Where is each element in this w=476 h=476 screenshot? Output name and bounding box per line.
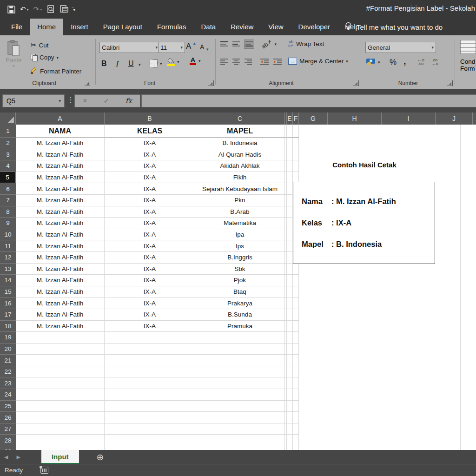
cell[interactable]: M. Izzan Al-Fatih [16,183,105,195]
cell[interactable]: IX-A [105,229,195,241]
cell[interactable] [105,412,195,423]
cell[interactable]: MAPEL [195,125,285,138]
ribbon-tab-insert[interactable]: Insert [63,19,96,35]
middle-align-button[interactable] [232,41,240,47]
row-header-21[interactable]: 21 [0,355,16,366]
row-header-25[interactable]: 25 [0,401,16,412]
cell[interactable]: Btaq [195,286,285,298]
empty-cells-area[interactable] [299,435,476,446]
grow-font-button[interactable]: A▲ [186,42,197,51]
cell[interactable] [287,332,293,344]
cell[interactable] [105,389,195,401]
undo-icon[interactable]: ↶▾ [20,5,29,13]
row-header-20[interactable]: 20 [0,344,16,355]
ribbon-tab-view[interactable]: View [261,19,291,35]
cell[interactable] [293,412,299,423]
cell[interactable] [293,321,299,332]
cell[interactable]: M. Izzan Al-Fatih [16,321,105,332]
cell[interactable] [287,298,293,309]
decrease-indent-button[interactable] [260,59,269,65]
empty-cells-area[interactable] [299,446,476,450]
cell[interactable] [287,366,293,378]
cell[interactable] [16,423,105,435]
cell[interactable] [287,206,293,218]
cell[interactable]: Pkn [195,195,285,206]
row-header-23[interactable]: 23 [0,377,16,389]
column-header-C[interactable]: C [195,112,285,125]
spreadsheet-grid[interactable]: 1NAMAKELASMAPEL2M. Izzan Al-FatihIX-AB. … [0,125,476,450]
row-header-28[interactable]: 28 [0,435,16,446]
font-dialog-launcher[interactable] [208,80,214,86]
cell[interactable]: IX-A [105,183,195,195]
sheet-tab-input[interactable]: Input [41,450,79,464]
number-dialog-launcher[interactable] [447,80,453,86]
column-header-F[interactable]: F [293,112,299,125]
empty-cells-area[interactable] [299,389,476,401]
empty-cells-area[interactable] [299,286,476,298]
cell[interactable]: Ipa [195,229,285,241]
macro-record-icon[interactable] [40,467,48,474]
cell[interactable] [287,286,293,298]
row-header-15[interactable]: 15 [0,286,16,298]
cell[interactable]: M. Izzan Al-Fatih [16,240,105,252]
cell[interactable] [287,252,293,264]
cell[interactable] [293,423,299,435]
cell[interactable]: B. Indonesia [195,138,285,149]
empty-cells-area[interactable] [299,298,476,309]
cell[interactable] [293,355,299,366]
ribbon-tab-formulas[interactable]: Formulas [150,19,194,35]
cell[interactable] [16,344,105,355]
row-header-9[interactable]: 9 [0,218,16,229]
orientation-button[interactable]: ab↗▾ [261,41,277,47]
cell[interactable] [293,275,299,286]
cell[interactable] [287,389,293,401]
cell[interactable] [293,377,299,389]
row-header-29[interactable]: 29 [0,446,16,450]
ribbon-tab-page-layout[interactable]: Page Layout [96,19,150,35]
cell[interactable] [105,401,195,412]
clipboard-dialog-launcher[interactable] [85,80,90,86]
cell[interactable]: Al-Quran Hadis [195,149,285,161]
fill-color-button[interactable]: ▾ [167,58,179,66]
cell[interactable]: M. Izzan Al-Fatih [16,172,105,184]
cell[interactable] [293,264,299,275]
cell[interactable] [105,446,195,450]
cell[interactable] [287,125,293,138]
cell[interactable] [293,446,299,450]
cell[interactable] [105,355,195,366]
cell[interactable]: B.Sunda [195,309,285,321]
top-align-button[interactable] [220,41,228,47]
cell[interactable] [195,377,285,389]
cell[interactable]: M. Izzan Al-Fatih [16,229,105,241]
new-sheet-icon[interactable]: ⊕ [97,450,104,464]
shrink-font-button[interactable]: A▼ [200,43,210,51]
cell[interactable] [293,138,299,149]
enter-icon[interactable]: ✓ [103,97,109,105]
empty-cells-area[interactable] [299,412,476,423]
cell[interactable] [287,275,293,286]
cell[interactable]: M. Izzan Al-Fatih [16,138,105,149]
empty-cells-area[interactable] [299,377,476,389]
ribbon-tab-data[interactable]: Data [193,19,223,35]
cell[interactable]: IX-A [105,321,195,332]
cell[interactable] [16,401,105,412]
cell[interactable] [195,355,285,366]
cell[interactable] [293,401,299,412]
cell[interactable] [16,366,105,378]
cell[interactable] [287,183,293,195]
cell[interactable]: M. Izzan Al-Fatih [16,195,105,206]
underline-button[interactable]: U [128,60,134,68]
cell[interactable]: IX-A [105,218,195,229]
row-header-4[interactable]: 4 [0,160,16,172]
empty-cells-area[interactable] [299,355,476,366]
print-preview-icon[interactable] [46,5,55,13]
next-sheet-icon[interactable]: ▶ [12,450,24,464]
cell[interactable]: Matematika [195,218,285,229]
cell[interactable] [293,332,299,344]
cell[interactable] [293,125,299,138]
cell[interactable]: B.Arab [195,206,285,218]
save-icon[interactable] [7,6,15,13]
column-header-B[interactable]: B [105,112,195,125]
cell[interactable] [293,298,299,309]
cell[interactable] [293,286,299,298]
